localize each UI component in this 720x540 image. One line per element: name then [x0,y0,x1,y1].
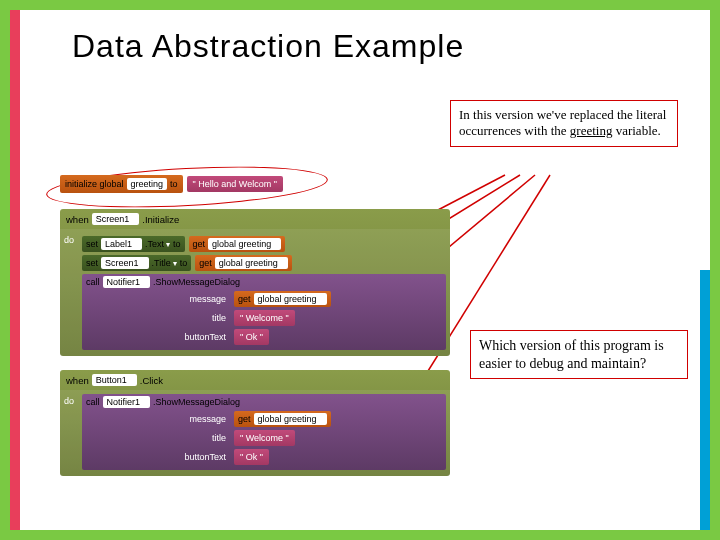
page-title: Data Abstraction Example [72,28,690,65]
init-var-name: greeting [127,178,168,190]
annot-top-post: variable. [612,123,660,138]
blocks-area: initialize global greeting to " Hello an… [60,175,460,490]
slide-inner: Data Abstraction Example In this version… [30,20,690,520]
set-screen1: set Screen1 .Title to [82,255,191,271]
init-global-block: initialize global greeting to " Hello an… [60,175,460,193]
init-value: " Hello and Welcom " [187,176,283,192]
event2-head: when Button1 .Click [60,370,450,390]
slot-message-1: message get global greeting [166,291,442,307]
event2-body: call Notifier1 .ShowMessageDialog messag… [60,390,450,476]
event1-head: when Screen1 .Initialize [60,209,450,229]
get-greeting-4: get global greeting [234,411,331,427]
event1-event: .Initialize [142,214,179,225]
get-greeting-3: get global greeting [234,291,331,307]
slot-message-2: message get global greeting [166,411,442,427]
get-greeting-2: get global greeting [195,255,292,271]
annotation-bottom: Which version of this program is easier … [470,330,688,379]
annotation-top: In this version we've replaced the liter… [450,100,678,147]
get-greeting-1: get global greeting [189,236,286,252]
slot-buttontext-1: buttonText " Ok " [166,329,442,345]
slot-buttontext-2: buttonText " Ok " [166,449,442,465]
when-kw: when [66,214,89,225]
call-notifier-1: call Notifier1 .ShowMessageDialog messag… [82,274,446,350]
do-kw2: do [64,396,74,406]
event1-target: Screen1 [92,213,140,225]
slot-title-1: title " Welcome " [166,310,442,326]
slot-title-2: title " Welcome " [166,430,442,446]
slide: Data Abstraction Example In this version… [0,0,720,540]
set-label1: set Label1 .Text to [82,236,185,252]
set-row-label-text: set Label1 .Text to get global greeting [82,236,446,252]
event1-body: set Label1 .Text to get global greeting … [60,229,450,356]
do-kw: do [64,235,74,245]
init-pre: initialize global [65,179,124,189]
annot-top-underlined: greeting [570,123,613,138]
event2-event: .Click [140,375,163,386]
init-mid: to [170,179,178,189]
event-block-button-click: when Button1 .Click do call Notifier1 .S… [60,370,450,476]
set-row-screen-title: set Screen1 .Title to get global greetin… [82,255,446,271]
init-label: initialize global greeting to [60,175,183,193]
when-kw2: when [66,375,89,386]
event-block-screen-init: when Screen1 .Initialize do set Label1 .… [60,209,450,356]
call-notifier-2: call Notifier1 .ShowMessageDialog messag… [82,394,446,470]
event2-target: Button1 [92,374,137,386]
